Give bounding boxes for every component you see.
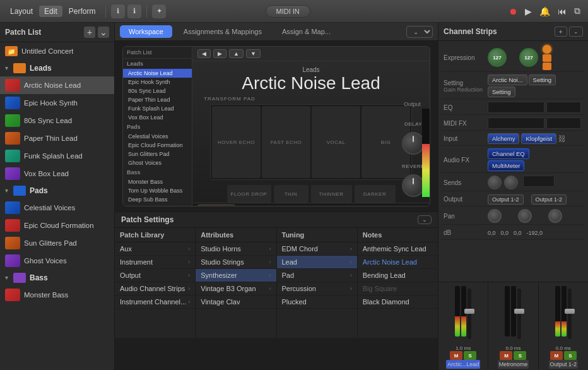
folder-pads[interactable]: ▾ Pads	[0, 182, 114, 199]
audio-fx-multimeter[interactable]: MultiMeter	[488, 160, 524, 171]
setting-btn-1[interactable]: Arctic Noi...	[488, 75, 527, 85]
info-btn-1[interactable]: ℹ	[111, 4, 125, 18]
expression-knob-2[interactable]: 127	[519, 48, 538, 67]
inner-celestial[interactable]: Celestial Voices	[123, 132, 192, 141]
input-alchemy-btn[interactable]: Alchemy	[488, 133, 519, 144]
patch-paper-thin-lead[interactable]: Paper Thin Lead	[0, 129, 114, 147]
info-btn-2[interactable]: ℹ	[127, 4, 141, 18]
patch-sun-glitters-pad[interactable]: Sun Glitters Pad	[0, 234, 114, 252]
pad-thinner[interactable]: THINNER	[311, 185, 352, 203]
inner-patch-panel[interactable]: Patch List Leads Arctic Noise Lead Epic …	[123, 47, 192, 206]
pad-darker[interactable]: DARKER	[355, 185, 396, 203]
library-instrument[interactable]: Instrument›	[115, 256, 195, 269]
tab-workspace[interactable]: Workspace	[120, 25, 172, 38]
patch-funk-splash-lead[interactable]: Funk Splash Lead	[0, 147, 114, 165]
send-knob-1[interactable]	[488, 176, 502, 189]
patch-epic-cloud-formation[interactable]: Epic Cloud Formation	[0, 217, 114, 234]
perform-menu[interactable]: Perform	[64, 6, 101, 17]
expression-knob-1[interactable]: 127	[488, 48, 507, 67]
inner-arctic-noise[interactable]: Arctic Noise Lead	[123, 69, 192, 78]
pan-knob-3[interactable]	[548, 209, 562, 223]
note-arctic[interactable]: Arctic Noise Lead	[358, 256, 438, 269]
edit-menu[interactable]: Edit	[39, 6, 62, 17]
pad-hover-echo[interactable]: HOVER ECHO	[212, 106, 261, 178]
output-btn-2[interactable]: Output 1-2	[531, 194, 567, 205]
wand-btn[interactable]: ✦	[152, 4, 166, 18]
patch-80s-sync-lead[interactable]: 80s Sync Lead	[0, 112, 114, 129]
inner-funk-splash[interactable]: Funk Splash Lead	[123, 104, 192, 113]
play-button[interactable]: ▶	[522, 5, 534, 18]
fader-track-3[interactable]	[568, 289, 572, 339]
fader-handle-3[interactable]	[565, 309, 575, 314]
tuning-edm-chord[interactable]: EDM Chord›	[277, 242, 357, 256]
tab-assignments[interactable]: Assignments & Mappings	[175, 25, 271, 38]
inner-ghost[interactable]: Ghost Voices	[123, 158, 192, 167]
tab-assign-map[interactable]: Assign & Map...	[273, 25, 339, 38]
add-patch-button[interactable]: +	[84, 27, 95, 38]
inner-edgy-synth[interactable]: Edgy Synth Bass	[123, 204, 192, 206]
patch-ghost-voices[interactable]: Ghost Voices	[0, 252, 114, 270]
patch-arctic-noise-lead[interactable]: Arctic Noise Lead	[0, 76, 114, 94]
record-button[interactable]: ⏺	[506, 5, 520, 18]
workspace-dropdown[interactable]: ⌄	[406, 26, 433, 38]
attr-vintage-clav[interactable]: Vintage Clav	[196, 295, 276, 309]
layout-menu[interactable]: Layout	[5, 6, 38, 17]
inner-paper-thin[interactable]: Paper Thin Lead	[123, 95, 192, 104]
midi-in-button[interactable]: MIDI IN	[266, 5, 310, 18]
sidebar-scroll[interactable]: 📁 Untitled Concert ▾ Leads Arctic Noise …	[0, 42, 114, 370]
inner-sun-glitters[interactable]: Sun Glitters Pad	[123, 150, 192, 158]
note-big-square[interactable]: Big Square	[358, 282, 438, 295]
audio-fx-channel-eq[interactable]: Channel EQ	[488, 148, 529, 159]
solo-btn-1[interactable]: S	[464, 351, 476, 360]
setting-btn-2[interactable]: Setting	[529, 75, 556, 85]
attr-vintage-b3[interactable]: Vintage B3 Organ›	[196, 282, 276, 295]
setting-btn-3[interactable]: Setting	[488, 87, 515, 97]
pad-fast-echo[interactable]: FAST ECHO	[262, 106, 310, 178]
library-output[interactable]: Output›	[115, 269, 195, 282]
tuning-percussion[interactable]: Percussion›	[277, 282, 357, 295]
next-patch-btn[interactable]: ▶	[213, 49, 226, 58]
inner-80s-sync[interactable]: 80s Sync Lead	[123, 87, 192, 95]
solo-btn-3[interactable]: S	[564, 351, 577, 360]
note-anthemic[interactable]: Anthemic Sync Lead	[358, 242, 438, 256]
inner-monster-bass[interactable]: Monster Bass	[123, 177, 192, 186]
library-instrument-channel[interactable]: Instrument Channel...›	[115, 295, 195, 309]
tuning-pad[interactable]: Pad›	[277, 269, 357, 282]
prev-patch-btn[interactable]: ◀	[197, 49, 211, 58]
mixer-button[interactable]: ⧉	[572, 4, 583, 18]
folder-leads[interactable]: ▾ Leads	[0, 60, 114, 76]
pad-vocal[interactable]: VOCAL	[312, 106, 360, 178]
reverb-knob[interactable]	[402, 174, 425, 197]
tuning-lead[interactable]: Lead›	[277, 256, 357, 269]
concert-item[interactable]: 📁 Untitled Concert	[0, 42, 114, 60]
mute-btn-3[interactable]: M	[550, 351, 563, 360]
sidebar-options-button[interactable]: ⌄	[98, 27, 109, 38]
inner-torn-up[interactable]: Tom Up Wobble Bass	[123, 186, 192, 195]
mute-btn-1[interactable]: M	[450, 351, 462, 360]
mute-btn-2[interactable]: M	[500, 351, 512, 360]
solo-btn-2[interactable]: S	[514, 351, 526, 360]
inner-epic-hook[interactable]: Epic Hook Synth	[123, 78, 192, 87]
attr-synthesizer[interactable]: Synthesizer›	[196, 269, 276, 282]
input-klopfgeist-btn[interactable]: Klopfgeist	[521, 133, 556, 144]
patch-monster-bass[interactable]: Monster Bass	[0, 286, 114, 304]
fader-track-1[interactable]	[467, 289, 471, 339]
note-bending[interactable]: Bending Lead	[358, 269, 438, 282]
inner-epic-cloud[interactable]: Epic Cloud Formation	[123, 141, 192, 150]
bell-button[interactable]: 🔔	[537, 5, 553, 18]
add-channel-strip-btn[interactable]: +	[555, 27, 567, 37]
inner-vox-box[interactable]: Vox Box Lead	[123, 113, 192, 122]
patch-vox-box-lead[interactable]: Vox Box Lead	[0, 165, 114, 182]
note-black-diamond[interactable]: Black Diamond	[358, 295, 438, 309]
fader-handle-2[interactable]	[514, 309, 524, 314]
fader-handle-1[interactable]	[464, 309, 474, 314]
up-btn[interactable]: ▲	[229, 49, 244, 58]
attr-studio-horns[interactable]: Studio Horns›	[196, 242, 276, 256]
send-knob-2[interactable]	[504, 176, 518, 189]
channel-strips-scroll[interactable]: Expression 127 127 Setting Gain Reducti	[438, 41, 588, 282]
fader-track-2[interactable]	[517, 289, 521, 339]
output-btn-1[interactable]: Output 1-2	[488, 194, 524, 205]
inner-deep-sub[interactable]: Deep Sub Bass	[123, 195, 192, 204]
pad-floor-drop[interactable]: FLOOR DROP	[227, 185, 271, 203]
pan-knob-2[interactable]	[518, 209, 532, 223]
